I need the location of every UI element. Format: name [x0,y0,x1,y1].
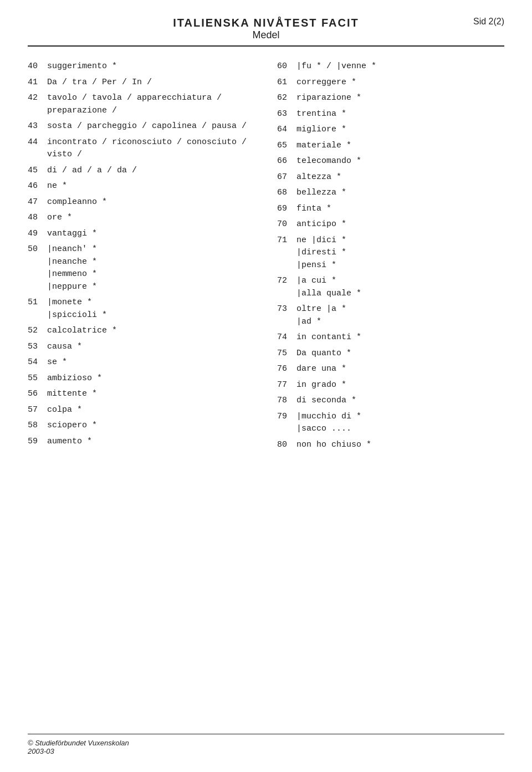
item-content: |neanch' *|neanche *|nemmeno *|neppure * [47,243,255,293]
item-line: causa * [47,341,255,354]
list-item: 71ne |dici * |diresti * |pensi * [277,234,504,272]
right-column: 60|fu * / |venne *61correggere *62ripara… [266,60,504,454]
footer: © Studieförbundet Vuxenskolan 2003-03 [28,734,504,755]
item-number: 49 [28,228,47,241]
item-line: |a cui * [296,275,504,288]
item-line: mittente * [47,388,255,401]
item-line: non ho chiuso * [296,439,504,452]
item-line: di seconda * [296,395,504,407]
list-item: 44incontrato / riconosciuto / conosciuto… [28,136,255,161]
header: ITALIENSKA NIVÅTEST FACIT Medel Sid 2(2) [28,17,504,41]
header-title: ITALIENSKA NIVÅTEST FACIT [173,17,359,29]
list-item: 56mittente * [28,388,255,401]
list-item: 63trentina * [277,108,504,121]
item-number: 78 [277,395,296,407]
page: ITALIENSKA NIVÅTEST FACIT Medel Sid 2(2)… [0,0,532,772]
list-item: 52calcolatrice * [28,325,255,338]
item-content: di seconda * [296,395,504,407]
item-line: |diresti * [296,247,504,259]
list-item: 43sosta / parcheggio / capolinea / pausa… [28,120,255,133]
item-line: aumento * [47,436,255,448]
list-item: 67altezza * [277,171,504,184]
list-item: 45di / ad / a / da / [28,165,255,177]
item-number: 79 [277,411,296,436]
item-content: in grado * [296,379,504,392]
item-content: tavolo / tavola / apparecchiatura /prepa… [47,92,255,117]
item-line: |sacco .... [296,423,504,436]
item-line: |nemmeno * [47,268,255,281]
item-line: dare una * [296,363,504,376]
list-item: 70anticipo * [277,218,504,231]
list-item: 59aumento * [28,436,255,448]
item-line: telecomando * [296,155,504,168]
item-line: se * [47,356,255,369]
item-content: oltre |a * |ad * [296,303,504,328]
item-content: migliore * [296,124,504,136]
item-number: 71 [277,234,296,272]
item-content: dare una * [296,363,504,376]
item-number: 70 [277,218,296,231]
item-line: trentina * [296,108,504,121]
item-line: tavolo / tavola / apparecchiatura / [47,92,255,105]
item-number: 58 [28,420,47,432]
list-item: 57colpa * [28,404,255,417]
item-number: 69 [277,203,296,216]
item-line: correggere * [296,76,504,89]
item-line: ore * [47,212,255,224]
item-line: materiale * [296,140,504,152]
item-number: 64 [277,124,296,136]
item-line: oltre |a * [296,303,504,316]
list-item: 42tavolo / tavola / apparecchiatura /pre… [28,92,255,117]
item-line: migliore * [296,124,504,136]
footer-line2: 2003-03 [28,747,54,755]
list-item: 54se * [28,356,255,369]
list-item: 41Da / tra / Per / In / [28,76,255,89]
item-number: 76 [277,363,296,376]
item-number: 51 [28,296,47,321]
item-content: in contanti * [296,331,504,344]
item-line: anticipo * [296,218,504,231]
item-line: di / ad / a / da / [47,165,255,177]
item-number: 72 [277,275,296,300]
item-number: 57 [28,404,47,417]
item-content: |a cui *|alla quale * [296,275,504,300]
list-item: 58sciopero * [28,420,255,432]
list-item: 48ore * [28,212,255,224]
item-number: 44 [28,136,47,161]
item-number: 45 [28,165,47,177]
item-content: calcolatrice * [47,325,255,338]
item-content: vantaggi * [47,228,255,241]
item-number: 63 [277,108,296,121]
item-content: materiale * [296,140,504,152]
item-line: preparazione / [47,105,255,117]
item-content: Da / tra / Per / In / [47,76,255,89]
item-content: di / ad / a / da / [47,165,255,177]
footer-text: © Studieförbundet Vuxenskolan 2003-03 [28,739,504,755]
item-content: correggere * [296,76,504,89]
item-content: causa * [47,341,255,354]
item-number: 66 [277,155,296,168]
list-item: 53causa * [28,341,255,354]
item-content: compleanno * [47,196,255,209]
item-line: ne |dici * [296,234,504,247]
item-line: |alla quale * [296,288,504,300]
item-number: 52 [28,325,47,338]
item-line: ne * [47,180,255,193]
content-area: 40suggerimento *41Da / tra / Per / In /4… [28,60,504,454]
item-number: 60 [277,60,296,73]
item-number: 80 [277,439,296,452]
list-item: 51|monete *|spiccioli * [28,296,255,321]
item-line: |monete * [47,296,255,309]
item-number: 67 [277,171,296,184]
item-content: altezza * [296,171,504,184]
list-item: 73oltre |a * |ad * [277,303,504,328]
item-number: 47 [28,196,47,209]
item-content: incontrato / riconosciuto / conosciuto /… [47,136,255,161]
list-item: 46ne * [28,180,255,193]
item-content: se * [47,356,255,369]
item-line: visto / [47,149,255,161]
item-content: ne * [47,180,255,193]
item-number: 40 [28,60,47,73]
item-line: |pensi * [296,259,504,272]
item-content: ore * [47,212,255,224]
